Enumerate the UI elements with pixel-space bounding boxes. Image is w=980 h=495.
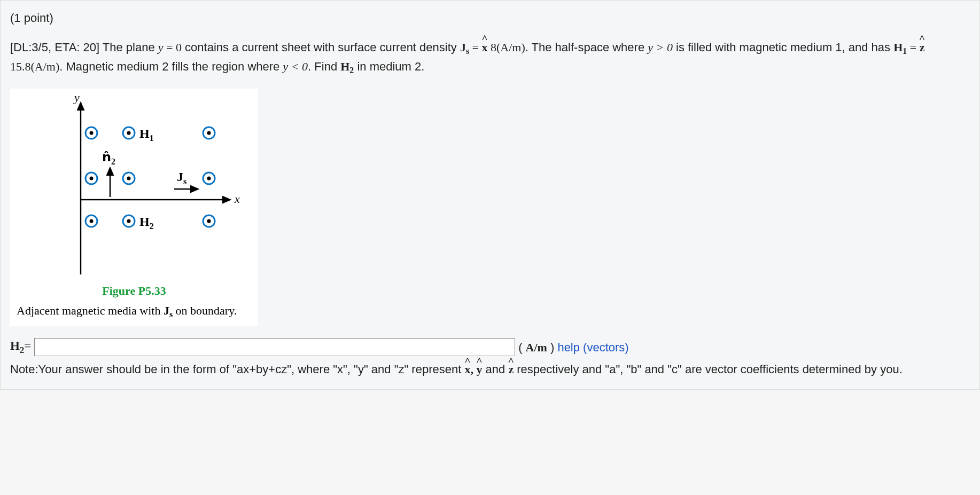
fig-y-label: y [73,93,80,104]
q-eq2: = [469,41,481,54]
field-dot-icon [123,172,135,184]
field-dot-icon [85,215,97,227]
field-dot-icon [203,215,215,227]
q-cond2: y < 0 [283,60,308,73]
q-Js: Js [460,41,469,54]
problem-container: (1 point) [DL:3/5, ETA: 20] The plane y … [0,0,980,390]
q-eq1: = 0 [164,41,182,54]
fig-H1: H1 [139,127,154,143]
fig-Js: Js [177,170,186,186]
q-Jsval: 8(A/m) [488,41,525,54]
figure-svg: y x H1 n̂2 Js H2 [17,93,252,280]
answer-input[interactable] [34,338,515,356]
ans-Hsub: 2 [20,345,24,355]
q-part6: . Find [308,60,340,73]
zhat-icon: z [920,38,925,56]
figure-title: Figure P5.33 [17,282,252,300]
q-H1val: 15.8(A/m) [10,60,59,73]
answer-label: H2= [10,337,31,357]
unit-post: ) [547,341,554,354]
q-prefix: [DL:3/5, ETA: 20] The plane [10,41,158,54]
help-link[interactable]: help (vectors) [557,339,628,356]
q-H1: H1 [893,41,907,54]
q-cond1: y > 0 [648,41,673,54]
field-dot-icon [85,172,97,184]
field-dot-icon [85,127,97,139]
q-var-y1: y [158,41,164,54]
figure-caption: Adjacent magnetic media with Js on bound… [17,302,252,321]
q-H2: H2 [340,60,354,73]
q-part4: is filled with magnetic medium 1, and ha… [673,41,893,54]
q-part2: contains a current sheet with surface cu… [182,41,460,54]
ans-H: H [10,339,20,352]
q-part7: in medium 2. [354,60,424,73]
field-dot-icon [203,127,215,139]
fig-H2: H2 [139,215,154,231]
fig-cap-pre: Adjacent magnetic media with [17,304,164,317]
yhat-note-icon: y [476,360,482,379]
q-Js-sym: J [460,41,466,54]
answer-row: H2= ( A/m ) help (vectors) [10,337,970,357]
q-H2-sym: H [340,60,349,73]
unit-label: ( A/m ) [518,339,554,356]
fig-n2: n̂2 [102,150,115,166]
note-pre: Note:Your answer should be in the form o… [10,363,464,376]
unit-pre: ( [518,341,525,354]
field-dot-icon [203,172,215,184]
field-dot-icon [123,215,135,227]
fig-x-label: x [234,192,240,206]
q-part5: . Magnetic medium 2 fills the region whe… [59,60,283,73]
figure-block: y x H1 n̂2 Js H2 Figure P5.33 [10,89,258,326]
q-part3: . The half-space where [525,41,648,54]
zhat-note-icon: z [508,360,514,379]
field-dot-icon [123,127,135,139]
ans-eq: = [24,339,31,352]
xhat-note-icon: x [464,360,470,379]
note-text: Note:Your answer should be in the form o… [10,360,970,379]
xhat-icon: x [482,38,488,56]
note-and: and [482,363,508,376]
points-label: (1 point) [10,9,970,27]
note-post: respectively and "a", "b" and "c" are ve… [514,363,903,376]
note-c1: , [470,363,476,376]
q-eq3: = [907,41,919,54]
question-text: [DL:3/5, ETA: 20] The plane y = 0 contai… [10,38,970,77]
q-H1-sym: H [893,41,903,54]
fig-cap-J: Js [164,304,173,317]
unit-text: A/m [526,341,547,354]
fig-cap-post: on boundary. [173,304,237,317]
